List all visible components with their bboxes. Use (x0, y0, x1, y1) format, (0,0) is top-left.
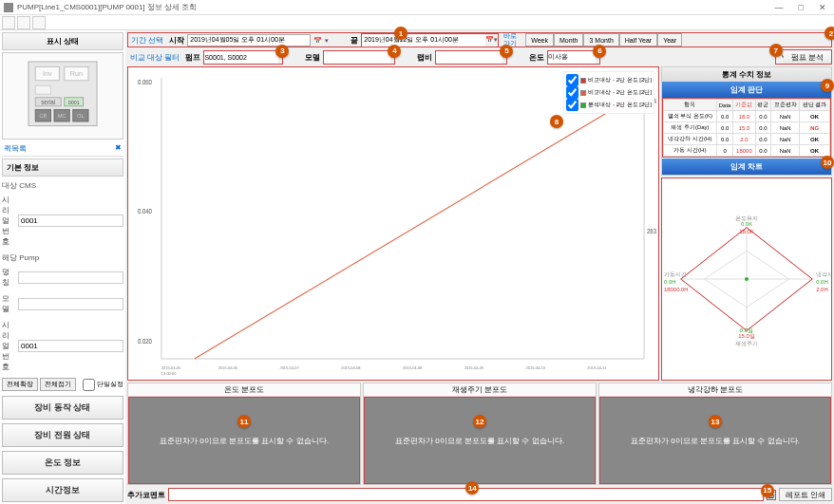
radar-chart[interactable]: 온도유지 0.0K 18.0K 냉각시간 0.0H 2.0H 재생주기 15.0… (661, 177, 832, 381)
model-label: 모델 (2, 293, 15, 314)
toolbar (0, 15, 834, 30)
temp-filter-label: 온도 (529, 52, 544, 63)
svg-text:18.0K: 18.0K (739, 229, 754, 234)
svg-text:0.020: 0.020 (138, 337, 152, 344)
name-input[interactable] (18, 271, 123, 284)
dist-body-2: 12 표준편차가 0이므로 분포도를 표시할 수 없습니다. (364, 397, 596, 484)
radar-header: 임계 차트 10 (662, 159, 831, 175)
svg-text:냉각시간: 냉각시간 (816, 271, 831, 277)
period-year[interactable]: Year (657, 33, 682, 47)
nav-time[interactable]: 시간정보 (2, 478, 123, 502)
model-filter-label: 모델 (305, 52, 320, 63)
expand-all-button[interactable]: 전체확장 (2, 378, 38, 391)
calendar-icon[interactable] (313, 36, 322, 45)
serial2-input[interactable] (18, 340, 123, 352)
analyze-button[interactable]: 펌프 분석 (784, 50, 831, 64)
svg-point-33 (745, 277, 749, 281)
display-state-header: 표시 상태 (2, 32, 123, 50)
nav-operation[interactable]: 장비 동작 상태 (2, 396, 123, 420)
model-input[interactable] (18, 298, 123, 310)
badge-15: 15 (761, 484, 774, 497)
serial2-label: 시리얼번호 (2, 320, 15, 372)
comment-label: 추가코멘트 (127, 490, 165, 500)
pump-combo[interactable] (204, 51, 278, 64)
end-label: 끝 (351, 35, 358, 46)
svg-text:가동시간: 가동시간 (664, 271, 687, 277)
chart-legend: 비교대상 - 2단 온도 [2단] 비교대상 - 2단 온도 [2단] 분석대상… (563, 71, 654, 114)
serial-no-label: 시리얼 번호 (2, 195, 15, 247)
serial-filter-label: 랩비 (417, 52, 432, 63)
svg-text:0.0K: 0.0K (741, 221, 752, 227)
target-cms-label: 대상 CMS (2, 180, 123, 191)
badge-6: 6 (593, 45, 606, 58)
minimize-button[interactable]: — (771, 3, 787, 12)
svg-text:2019-04-05: 2019-04-05 (161, 365, 181, 370)
legend-check-c[interactable] (566, 99, 578, 111)
dist-title-1: 온도 분포도 (128, 383, 360, 397)
dist-body-1: 11 표준편차가 0이므로 분포도를 표시할 수 없습니다. (128, 397, 360, 484)
svg-text:2019-04-09: 2019-04-09 (464, 365, 484, 370)
target-pump-label: 해당 Pump (2, 252, 123, 263)
start-date-input[interactable] (187, 34, 311, 47)
close-button[interactable]: ✕ (815, 3, 830, 12)
svg-text:MC: MC (58, 113, 66, 119)
single-select-checkbox[interactable] (83, 379, 95, 391)
model-combo[interactable] (324, 51, 390, 64)
dist-title-3: 냉각강하 분포도 (599, 383, 831, 397)
nav-power[interactable]: 장비 전원 상태 (2, 423, 123, 447)
badge-9: 9 (821, 79, 834, 92)
dist-body-3: 13 표준편차가 0이므로 분포도를 표시할 수 없습니다. (599, 397, 831, 484)
compare-filter-label: 비교 대상 필터 (127, 52, 182, 63)
tool-button-3[interactable] (32, 16, 46, 29)
table-row: 냉각강하 시간(H)0.02.00.0NaNOK (664, 134, 830, 145)
name-label: 명칭 (2, 267, 15, 288)
collapse-all-button[interactable]: 전체접기 (40, 378, 76, 391)
badge-1: 1 (394, 27, 408, 40)
serial-combo[interactable] (436, 51, 502, 64)
badge-5: 5 (500, 45, 513, 58)
dist-title-2: 재생주기 분포도 (364, 383, 596, 397)
svg-text:CB: CB (40, 113, 47, 119)
dropdown-icon[interactable] (494, 35, 498, 44)
svg-text:2019-04-10: 2019-04-10 (526, 365, 546, 370)
report-print-button[interactable]: 레포트 인쇄 (779, 488, 832, 501)
main-chart[interactable]: 8 0.060 0.040 0.020 284 283 2019-04-0513… (127, 66, 659, 381)
badge-13: 13 (709, 415, 722, 428)
legend-check-b[interactable] (566, 86, 578, 99)
legend-check-a[interactable] (566, 74, 578, 86)
nav-temp[interactable]: 온도 정보 (2, 451, 123, 475)
table-row: 재생 주기(Day)0.015.00.0NaNNG (664, 122, 830, 134)
badge-12: 12 (473, 415, 486, 428)
tool-button-1[interactable] (2, 16, 15, 29)
period-halfyear[interactable]: Half Year (619, 33, 657, 47)
svg-text:2019-04-07: 2019-04-07 (279, 365, 299, 370)
stats-panel-title: 통계 수치 정보 (662, 67, 831, 82)
svg-text:2019-04-11: 2019-04-11 (587, 365, 607, 370)
svg-text:2019-04-08: 2019-04-08 (403, 365, 423, 370)
calendar-icon[interactable] (485, 35, 494, 44)
svg-text:15.0일: 15.0일 (738, 333, 755, 339)
end-date-input[interactable] (362, 34, 485, 47)
single-select-label: 단일실정 (97, 380, 123, 389)
svg-rect-3 (35, 85, 50, 94)
svg-text:0.0H: 0.0H (664, 279, 676, 285)
period-month[interactable]: Month (554, 33, 583, 47)
svg-text:OL: OL (77, 113, 84, 119)
serial-no-input[interactable] (18, 215, 123, 227)
badge-11: 11 (237, 415, 251, 428)
period-select-label: 기간 선택 (128, 35, 166, 46)
quick-label[interactable]: 퀵목록 (4, 144, 27, 153)
svg-text:2.0H: 2.0H (816, 287, 828, 292)
compare-filter-bar: 비교 대상 필터 펌프 3 모델 4 랩비 5 온도 6 � (127, 49, 832, 65)
idx-text: 0001 (68, 100, 80, 105)
maximize-button[interactable]: □ (795, 3, 807, 12)
sidebar: 표시 상태 Inv Run serial 0001 CB MC OL 퀵목록 ✖… (0, 30, 125, 504)
period-week[interactable]: Week (525, 33, 554, 47)
tool-button-2[interactable] (17, 16, 30, 29)
temp-combo[interactable] (548, 51, 596, 64)
dropdown-icon[interactable] (325, 36, 329, 45)
threshold-header: 임계 판단 9 (662, 82, 831, 98)
svg-text:0.040: 0.040 (138, 207, 152, 214)
run-label: Run (70, 69, 83, 78)
inv-label: Inv (43, 69, 52, 78)
